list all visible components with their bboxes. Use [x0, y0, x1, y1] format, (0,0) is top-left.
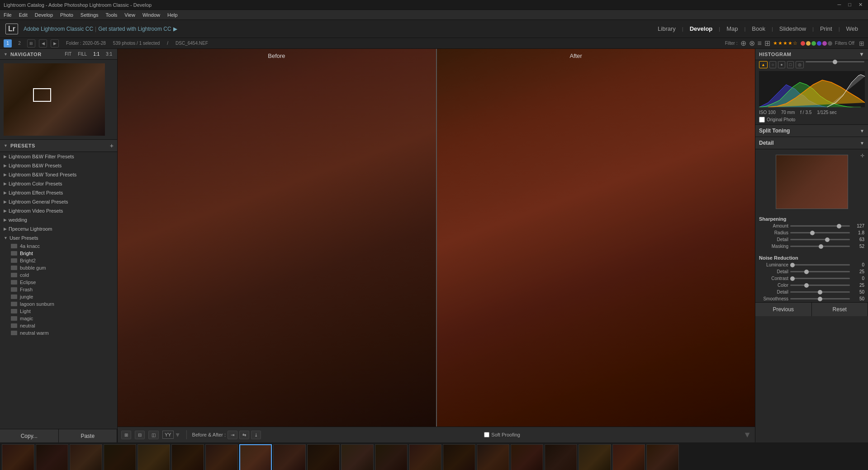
film-thumb-15[interactable]	[511, 444, 543, 470]
yellow-label[interactable]	[806, 41, 811, 46]
nav-book[interactable]: Book	[747, 24, 770, 34]
preset-eclipse[interactable]: Eclipse	[0, 279, 117, 286]
preset-cold[interactable]: cold	[0, 271, 117, 279]
film-thumb-18[interactable]	[612, 444, 645, 470]
nav-print[interactable]: Print	[816, 24, 837, 34]
film-thumb-17[interactable]	[579, 444, 611, 470]
film-thumb-14[interactable]	[477, 444, 509, 470]
user-presets-header[interactable]: ▼ User Presets	[0, 233, 117, 242]
effect-header[interactable]: ▶ Lightroom Effect Presets	[0, 188, 117, 197]
hist-ctrl-circle[interactable]: ○	[769, 61, 776, 68]
detail-crosshair-icon[interactable]: ✛	[860, 153, 864, 159]
bw-header[interactable]: ▶ Lightroom B&W Presets	[0, 161, 117, 170]
yy-mode-btn[interactable]: YY	[162, 431, 174, 439]
film-thumb-6[interactable]	[205, 444, 238, 470]
preset-frash[interactable]: Frash	[0, 286, 117, 293]
preset-bubble-gum[interactable]: bubble gum	[0, 264, 117, 271]
preset-bright[interactable]: Bright	[0, 250, 117, 257]
film-thumb-0[interactable]	[2, 444, 34, 470]
film-thumb-7-selected[interactable]	[239, 444, 272, 470]
filters-expand-icon[interactable]: ⊞	[859, 40, 864, 47]
film-thumb-19[interactable]	[646, 444, 679, 470]
filter-icon-1[interactable]: ⊕	[740, 39, 746, 47]
page-1-button[interactable]: 1	[4, 39, 12, 47]
star-rating[interactable]: ★★★★☆	[773, 40, 798, 46]
amount-slider[interactable]	[790, 225, 850, 227]
toolbar-expand-icon[interactable]: ▼	[743, 430, 751, 439]
bw-filter-header[interactable]: ▶ Lightroom B&W Filter Presets	[0, 152, 117, 161]
maximize-button[interactable]: □	[846, 2, 853, 8]
detail-thumbnail[interactable]	[776, 155, 848, 209]
original-photo-checkbox[interactable]	[759, 117, 765, 123]
histogram-collapse-icon[interactable]: ▼	[859, 51, 864, 57]
nav-map[interactable]: Map	[722, 24, 742, 34]
before-preview[interactable]	[118, 49, 436, 427]
zoom-3-1[interactable]: 3:1	[104, 51, 114, 57]
color-header[interactable]: ▶ Lightroom Color Presets	[0, 179, 117, 188]
next-page-button[interactable]: ▶	[51, 39, 59, 47]
detail-slider[interactable]	[790, 239, 850, 240]
copy-button[interactable]: Copy...	[0, 429, 59, 442]
film-thumb-13[interactable]	[443, 444, 475, 470]
lum-detail-slider[interactable]	[790, 271, 850, 272]
zoom-fit[interactable]: FIT	[63, 51, 73, 57]
menu-view[interactable]: View	[124, 12, 135, 18]
gray-label[interactable]	[828, 41, 832, 46]
zoom-fill[interactable]: FILL	[76, 51, 88, 57]
filter-icon-4[interactable]: ⊞	[764, 39, 770, 47]
film-thumb-4[interactable]	[138, 444, 170, 470]
film-thumb-12[interactable]	[409, 444, 441, 470]
hist-ctrl-square[interactable]: □	[787, 61, 794, 68]
preset-magic[interactable]: magic	[0, 315, 117, 322]
film-thumb-2[interactable]	[70, 444, 102, 470]
preset-bright2[interactable]: Bright2	[0, 257, 117, 264]
color-detail-slider[interactable]	[790, 291, 850, 293]
reset-button[interactable]: Reset	[812, 303, 868, 316]
navigator-thumbnail[interactable]	[4, 63, 105, 136]
preset-jungle[interactable]: jungle	[0, 293, 117, 300]
crop-tool[interactable]: ⊞	[121, 431, 131, 439]
compare-tool[interactable]: ◫	[148, 431, 159, 439]
filter-icon-3[interactable]: ≡	[758, 39, 762, 47]
split-toning-header[interactable]: Split Toning ▼	[755, 125, 868, 137]
smoothness-slider[interactable]	[790, 298, 850, 299]
preset-neutral[interactable]: neutral	[0, 322, 117, 329]
wedding-header[interactable]: ▶ wedding	[0, 215, 117, 224]
film-thumb-11[interactable]	[375, 444, 408, 470]
menu-edit[interactable]: Edit	[19, 12, 28, 18]
purple-label[interactable]	[822, 41, 827, 46]
red-label[interactable]	[801, 41, 805, 46]
preset-light[interactable]: Light	[0, 308, 117, 315]
film-thumb-9[interactable]	[307, 444, 340, 470]
zoom-1-1[interactable]: 1:1	[92, 51, 101, 57]
ba-btn-1[interactable]: ⇥	[228, 431, 237, 439]
add-preset-button[interactable]: +	[110, 142, 114, 149]
menu-photo[interactable]: Photo	[60, 12, 73, 18]
filter-icon-2[interactable]: ⊗	[749, 39, 755, 47]
mode-dropdown-icon[interactable]: ▼	[175, 431, 181, 438]
menu-window[interactable]: Window	[142, 12, 160, 18]
russian-header[interactable]: ▶ Пресеты Lightroom	[0, 224, 117, 233]
color-slider[interactable]	[790, 285, 850, 286]
menu-help[interactable]: Help	[167, 12, 178, 18]
film-thumb-16[interactable]	[545, 444, 577, 470]
radius-slider[interactable]	[790, 232, 850, 233]
hist-ctrl-circle2[interactable]: ◎	[796, 61, 804, 68]
ba-btn-3[interactable]: ⤓	[251, 431, 261, 439]
hist-ctrl-dot[interactable]: ●	[778, 61, 785, 68]
luminance-slider[interactable]	[790, 264, 850, 266]
paste-button[interactable]: Paste	[59, 429, 118, 442]
contrast-slider[interactable]	[790, 278, 850, 279]
navigator-header[interactable]: ▼ Navigator FIT FILL 1:1 3:1	[0, 49, 117, 60]
grid-view-button[interactable]: ⊞	[27, 39, 35, 47]
menu-tools[interactable]: Tools	[106, 12, 118, 18]
film-thumb-10[interactable]	[341, 444, 374, 470]
preset-4a-knacc[interactable]: 4a knacc	[0, 242, 117, 250]
preset-neutral-warm[interactable]: neutral warm	[0, 329, 117, 337]
general-header[interactable]: ▶ Lightroom General Presets	[0, 197, 117, 206]
menu-develop[interactable]: Develop	[35, 12, 53, 18]
menu-file[interactable]: File	[4, 12, 12, 18]
page-2-button[interactable]: 2	[15, 39, 24, 47]
histogram-header[interactable]: Histogram ▼	[755, 49, 868, 60]
film-thumb-8[interactable]	[273, 444, 306, 470]
